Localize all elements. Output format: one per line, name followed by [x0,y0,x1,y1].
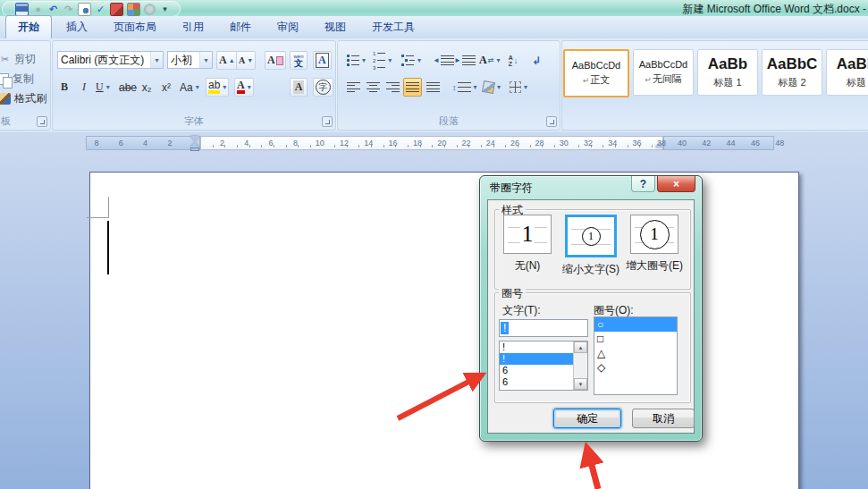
scroll-up-icon[interactable]: ▲ [574,341,587,353]
subscript-button[interactable]: x₂ [138,78,156,97]
multilevel-list-button[interactable] [399,51,424,70]
first-line-indent-marker[interactable] [190,136,199,141]
scroll-down-icon[interactable]: ▼ [574,378,587,390]
align-left-button[interactable] [344,78,363,97]
style-option-1[interactable]: 1无(N) [497,215,558,277]
ribbon-tab-5[interactable]: 邮件 [218,16,263,38]
style-card-4[interactable]: AaBbC标题 2 [762,49,822,96]
ribbon-tab-6[interactable]: 审阅 [265,16,310,38]
horizontal-ruler[interactable]: 8642246810121416182022242628303234363840… [0,136,868,152]
shading-button[interactable] [480,78,503,97]
character-border-button[interactable]: A [313,51,332,70]
left-indent-marker[interactable] [190,148,199,151]
circle-list-item[interactable]: □ [594,332,677,346]
italic-button[interactable]: I [75,78,93,97]
style-name: 标题 1 [713,76,741,89]
style-card-5[interactable]: AaBb标题 [826,49,868,96]
text-list-item[interactable]: 6 [500,376,573,388]
text-list[interactable]: !!66 ▲ ▼ [499,341,588,391]
save-icon[interactable] [15,3,29,16]
text-list-item[interactable]: ! [500,353,573,365]
book-icon[interactable] [110,3,123,16]
align-right-button[interactable] [383,78,402,97]
underline-button[interactable]: U [93,78,113,97]
ruler-number: 38 [657,139,666,148]
chevron-down-icon[interactable] [199,52,212,68]
style-card-1[interactable]: AaBbCcDd↵正文 [563,49,629,97]
style-option-3[interactable]: 1增大圈号(E) [624,215,685,277]
style-name: ↵正文 [583,73,611,87]
ribbon-tab-7[interactable]: 视图 [313,16,358,38]
character-shading-button[interactable]: A [290,78,308,97]
justify-button[interactable] [403,78,422,97]
circle-icon[interactable]: ● [32,4,44,15]
cancel-button[interactable]: 取消 [632,409,695,428]
qat-more-icon[interactable]: ▾ [159,4,171,15]
superscript-button[interactable]: x² [157,78,175,97]
strikethrough-button[interactable]: abe [116,78,139,97]
font-dialog-launcher[interactable] [322,116,333,127]
ribbon-tab-8[interactable]: 开发工具 [360,16,426,38]
text-cursor [107,221,109,274]
print-preview-icon[interactable] [78,3,91,16]
ribbon-tab-1[interactable]: 开始 [5,15,52,38]
bullets-button[interactable] [344,51,368,70]
wordart-icon[interactable] [127,3,140,16]
circle-list-item[interactable]: ◇ [594,360,677,375]
font-name-combo[interactable]: Calibri (西文正文) [57,51,164,69]
close-icon[interactable]: × [657,176,695,192]
undo-icon[interactable]: ↶ [47,4,59,15]
cut-button[interactable]: ✂ 剪切 [0,52,36,67]
redo-icon[interactable]: ↷ [63,4,74,15]
clear-formatting-button[interactable]: A [265,51,286,70]
enclosed-character-icon: 字 [316,80,331,95]
numbering-button[interactable]: 123 [370,51,394,70]
spelling-icon[interactable]: ✓ [95,4,106,15]
shrink-font-button[interactable]: A▼ [236,51,256,70]
circle-list[interactable]: ○□△◇ [594,316,678,395]
style-card-2[interactable]: AaBbCcDd↵无间隔 [633,49,694,96]
change-case-button[interactable]: Aa [177,78,202,97]
paragraph-dialog-launcher[interactable] [546,116,557,127]
ribbon: ✂ 剪切 复制 格式刷 板 字体 Calibri (西文正文) 小初 A▲ A▼… [0,38,868,133]
line-spacing-button[interactable]: ↕ [450,78,480,97]
text-highlight-button[interactable]: ab [206,78,229,97]
phonetic-guide-button[interactable]: wén 文 [290,51,308,70]
text-input[interactable]: ! [499,319,588,337]
ok-button[interactable]: 确定 [553,409,621,428]
help-button[interactable]: ? [631,176,655,192]
sort-button[interactable]: AZ ↓ [504,51,522,70]
stamp-icon[interactable] [144,4,156,15]
show-marks-button[interactable]: ↲ [527,51,545,70]
grow-font-button[interactable]: A▲ [216,51,238,70]
style-option-2[interactable]: 1缩小文字(S) [560,215,621,277]
text-label: 文字(T): [502,303,541,318]
distribute-button[interactable] [424,78,442,97]
align-center-button[interactable] [364,78,383,97]
borders-button[interactable] [507,78,530,97]
ribbon-tab-4[interactable]: 引用 [171,16,215,38]
ribbon-tab-2[interactable]: 插入 [55,16,99,38]
text-list-item[interactable]: 6 [500,365,573,376]
asian-layout-button[interactable]: A ⇄ [476,51,502,70]
bold-button[interactable]: B [55,78,73,97]
chevron-down-icon[interactable] [150,52,163,68]
format-painter-button[interactable]: 格式刷 [0,91,46,106]
copy-button[interactable]: 复制 [0,72,34,87]
circle-list-item[interactable]: ○ [594,317,677,332]
text-list-scrollbar[interactable]: ▲ ▼ [573,341,587,390]
style-card-3[interactable]: AaBb标题 1 [697,49,758,96]
enclose-characters-button[interactable]: 字 [313,78,333,97]
increase-indent-button[interactable]: ► [451,51,478,70]
font-color-button[interactable]: A [234,78,254,97]
font-size-combo[interactable]: 小初 [167,51,213,69]
ruler-number: 12 [340,139,349,148]
circle-list-item[interactable]: △ [594,346,677,360]
selected-text: ! [501,322,509,334]
text-list-item[interactable]: ! [500,341,573,353]
clipboard-dialog-launcher[interactable] [37,116,47,127]
ribbon-tab-3[interactable]: 页面布局 [102,16,168,38]
distribute-icon [426,82,440,92]
style-name: 标题 [847,76,866,89]
enclosed-characters-dialog[interactable]: 带圈字符 ? × 样式 1无(N)1缩小文字(S)1增大圈号(E) 圈号 文字(… [479,175,703,442]
